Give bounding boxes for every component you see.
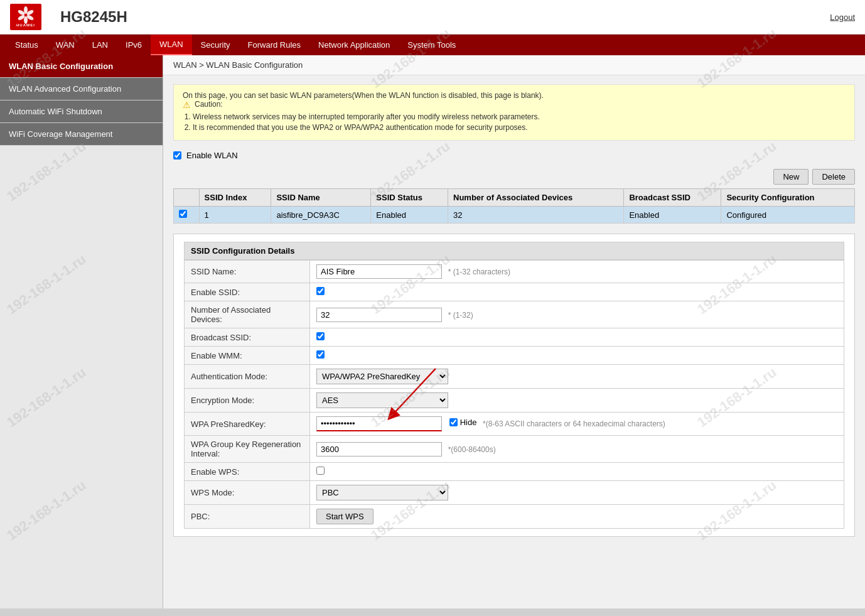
value-wpa-group-key: *(600-86400s) — [310, 436, 844, 463]
field-wpa-group-key: WPA Group Key RegenerationInterval: *(60… — [185, 436, 844, 463]
checkbox-enable-wps[interactable] — [316, 467, 325, 475]
row-select-checkbox[interactable] — [179, 210, 187, 218]
hint-ssid-name: * (1-32 characters) — [448, 267, 510, 276]
enable-wlan-checkbox[interactable] — [173, 151, 181, 159]
field-ssid-name: SSID Name: * (1-32 characters) — [185, 261, 844, 283]
table-row: 1 aisfibre_DC9A3C Enabled 32 Enabled Con… — [174, 207, 855, 224]
field-enable-ssid: Enable SSID: — [185, 283, 844, 301]
col-checkbox — [174, 189, 200, 207]
nav-security[interactable]: Security — [192, 35, 239, 55]
nav-system-tools[interactable]: System Tools — [399, 35, 465, 55]
hint-wpa-group-key: *(600-86400s) — [448, 445, 496, 454]
col-security-config: Security Configuration — [721, 189, 855, 207]
content-body: On this page, you can set basic WLAN par… — [163, 75, 865, 546]
col-ssid-status: SSID Status — [371, 189, 448, 207]
field-associated-devices: Number of AssociatedDevices: * (1-32) — [185, 301, 844, 328]
input-ssid-name[interactable] — [316, 264, 442, 279]
caution-row: ⚠ Caution: — [183, 100, 846, 110]
sidebar-item-wlan-basic[interactable]: WLAN Basic Configuration — [0, 55, 163, 78]
col-ssid-name: SSID Name — [271, 189, 371, 207]
checkbox-enable-ssid[interactable] — [316, 287, 325, 295]
header: HUAWEI HG8245H Logout — [0, 0, 865, 35]
value-associated-devices: * (1-32) — [310, 301, 844, 328]
info-box: On this page, you can set basic WLAN par… — [173, 84, 855, 141]
info-point-2: It is recommended that you use the WPA2 … — [193, 123, 846, 132]
delete-button[interactable]: Delete — [812, 169, 855, 185]
label-pbc: PBC: — [185, 505, 310, 529]
field-wps-mode: WPS Mode: PBC PIN — [185, 481, 844, 505]
value-wps-mode: PBC PIN — [310, 481, 844, 505]
col-associated-devices: Number of Associated Devices — [448, 189, 624, 207]
input-wpa-group-key[interactable] — [316, 442, 442, 457]
enable-wlan-label[interactable]: Enable WLAN — [186, 151, 238, 160]
value-enable-ssid — [310, 283, 844, 301]
content-area: WLAN > WLAN Basic Configuration On this … — [163, 55, 865, 608]
field-enable-wps: Enable WPS: — [185, 463, 844, 481]
checkbox-broadcast-ssid[interactable] — [316, 332, 325, 340]
row-ssid-status: Enabled — [371, 207, 448, 224]
buttons-row: New Delete — [173, 169, 855, 185]
nav-network-app[interactable]: Network Application — [309, 35, 399, 55]
svg-line-9 — [392, 369, 436, 416]
nav-forward-rules[interactable]: Forward Rules — [239, 35, 310, 55]
value-ssid-name: * (1-32 characters) — [310, 261, 844, 283]
device-title: HG8245H — [60, 8, 127, 26]
hide-label: Hide — [449, 418, 477, 427]
sidebar: WLAN Basic Configuration WLAN Advanced C… — [0, 55, 163, 608]
value-broadcast-ssid — [310, 328, 844, 347]
input-associated-devices[interactable] — [316, 308, 442, 322]
label-ssid-name: SSID Name: — [185, 261, 310, 283]
row-devices: 32 — [448, 207, 624, 224]
config-table: SSID Name: * (1-32 characters) Enable SS… — [184, 260, 844, 529]
huawei-logo-icon: HUAWEI — [10, 4, 41, 30]
nav-wan[interactable]: WAN — [47, 35, 83, 55]
start-wps-button[interactable]: Start WPS — [316, 509, 373, 524]
label-associated-devices: Number of AssociatedDevices: — [185, 301, 310, 328]
row-ssid-name: aisfibre_DC9A3C — [271, 207, 371, 224]
label-enable-ssid: Enable SSID: — [185, 283, 310, 301]
label-wps-mode: WPS Mode: — [185, 481, 310, 505]
label-broadcast-ssid: Broadcast SSID: — [185, 328, 310, 347]
col-ssid-index: SSID Index — [199, 189, 271, 207]
field-encryption-mode: Encryption Mode: AES TKIP AES+TKIP — [185, 389, 844, 413]
main-nav: Status WAN LAN IPv6 WLAN Security Forwar… — [0, 35, 865, 55]
checkbox-hide-key[interactable] — [449, 418, 458, 426]
field-auth-mode: Authentication Mode: WPA/WPA2 PreSharedK… — [185, 365, 844, 389]
info-main-text: On this page, you can set basic WLAN par… — [183, 91, 846, 100]
row-broadcast: Enabled — [624, 207, 721, 224]
value-pbc: Start WPS — [310, 505, 844, 529]
logout-button[interactable]: Logout — [830, 13, 855, 22]
sidebar-item-wlan-advanced[interactable]: WLAN Advanced Configuration — [0, 78, 163, 100]
ssid-table: SSID Index SSID Name SSID Status Number … — [173, 188, 855, 224]
nav-ipv6[interactable]: IPv6 — [117, 35, 151, 55]
main-layout: WLAN Basic Configuration WLAN Advanced C… — [0, 55, 865, 608]
info-point-1: Wireless network services may be interru… — [193, 112, 846, 121]
config-section-title: SSID Configuration Details — [184, 242, 844, 260]
new-button[interactable]: New — [773, 169, 809, 185]
nav-status[interactable]: Status — [6, 35, 47, 55]
ssid-config-details: SSID Configuration Details SSID Name: * … — [173, 234, 855, 537]
value-wpa-key: Hide *(8-63 ASCII characters or 64 hexad… — [310, 413, 844, 436]
col-broadcast-ssid: Broadcast SSID — [624, 189, 721, 207]
svg-point-1 — [24, 6, 28, 14]
checkbox-enable-wmm[interactable] — [316, 350, 325, 359]
caution-label: Caution: — [195, 100, 223, 109]
field-broadcast-ssid: Broadcast SSID: — [185, 328, 844, 347]
label-enable-wps: Enable WPS: — [185, 463, 310, 481]
nav-lan[interactable]: LAN — [83, 35, 117, 55]
label-enable-wmm: Enable WMM: — [185, 347, 310, 365]
row-checkbox-cell — [174, 207, 200, 224]
label-encryption-mode: Encryption Mode: — [185, 389, 310, 413]
field-enable-wmm: Enable WMM: — [185, 347, 844, 365]
row-security: Configured — [721, 207, 855, 224]
field-wpa-key: WPA PreSharedKey: Hide *(8-63 ASCII char… — [185, 413, 844, 436]
caution-icon: ⚠ — [183, 100, 191, 110]
select-wps-mode[interactable]: PBC PIN — [316, 485, 448, 500]
hint-wpa-key: *(8-63 ASCII characters or 64 hexadecima… — [483, 419, 665, 428]
red-arrow-icon — [373, 362, 448, 425]
svg-text:HUAWEI: HUAWEI — [16, 23, 35, 27]
nav-wlan[interactable]: WLAN — [151, 35, 192, 55]
sidebar-item-auto-wifi-shutdown[interactable]: Automatic WiFi Shutdown — [0, 100, 163, 123]
enable-wlan-row: Enable WLAN — [173, 151, 855, 160]
sidebar-item-wifi-coverage[interactable]: WiFi Coverage Management — [0, 123, 163, 146]
